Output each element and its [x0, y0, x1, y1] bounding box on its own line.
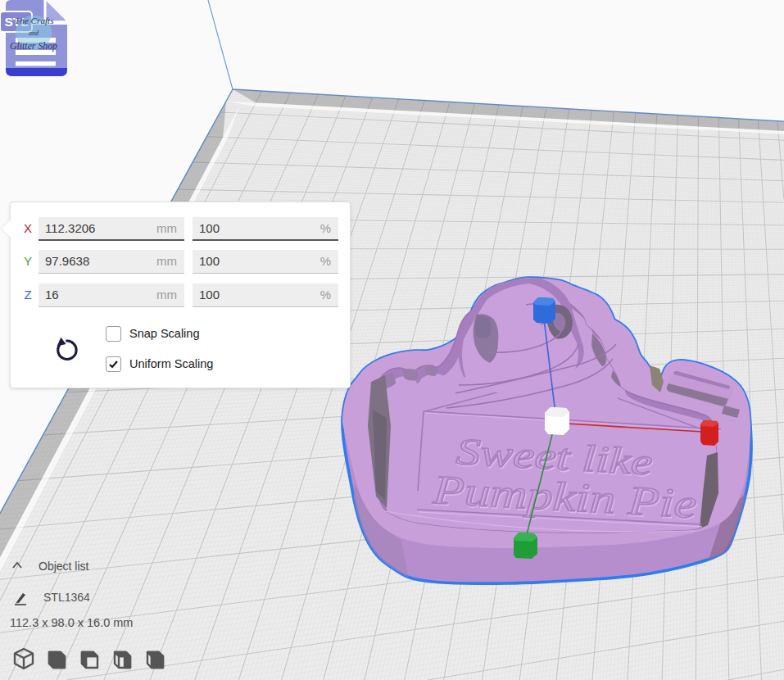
svg-text:Object list: Object list: [39, 560, 89, 573]
svg-text:112.3 x 98.0 x 16.0 mm: 112.3 x 98.0 x 16.0 mm: [10, 616, 133, 629]
svg-text:STL1364: STL1364: [43, 591, 90, 604]
svg-text:Glitter Shop: Glitter Shop: [10, 40, 57, 52]
svg-text:and: and: [29, 29, 39, 37]
svg-text:The Crafts: The Crafts: [15, 16, 54, 25]
